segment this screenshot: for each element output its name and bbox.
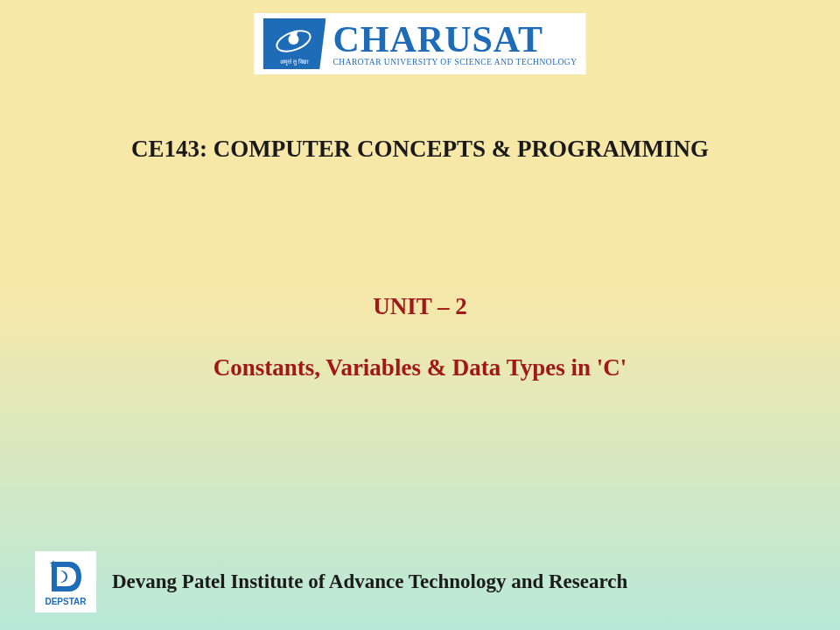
unit-label: UNIT – 2 (0, 293, 840, 320)
depstar-logo: DEPSTAR (35, 551, 96, 612)
charusat-logo: अमृतं तु विद्या CHARUSAT CHAROTAR UNIVER… (254, 13, 585, 74)
logo-motto: अमृतं तु विद्या (280, 59, 309, 66)
unit-title: Constants, Variables & Data Types in 'C' (0, 354, 840, 382)
footer: DEPSTAR Devang Patel Institute of Advanc… (35, 551, 822, 612)
university-name: CHARUSAT (332, 21, 577, 58)
course-title: CE143: COMPUTER CONCEPTS & PROGRAMMING (0, 136, 840, 163)
logo-text-block: CHARUSAT CHAROTAR UNIVERSITY OF SCIENCE … (332, 21, 577, 66)
university-subtitle: CHAROTAR UNIVERSITY OF SCIENCE AND TECHN… (332, 58, 577, 66)
charusat-emblem-icon: अमृतं तु विद्या (262, 18, 326, 69)
depstar-label: DEPSTAR (45, 597, 86, 606)
institute-name: Devang Patel Institute of Advance Techno… (112, 570, 627, 593)
